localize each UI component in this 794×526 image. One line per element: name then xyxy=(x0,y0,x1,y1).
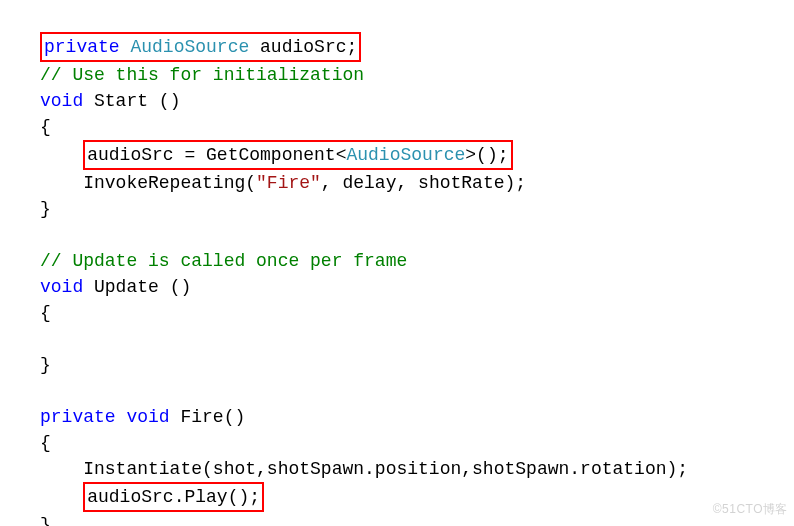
watermark: ©51CTO博客 xyxy=(713,496,788,522)
code-text: , delay, shotRate); xyxy=(321,173,526,193)
comment-init: // Use this for initialization xyxy=(40,65,364,85)
brace-close: } xyxy=(40,355,51,375)
brace-open: { xyxy=(40,433,51,453)
brace-close: } xyxy=(40,199,51,219)
kw-void: void xyxy=(40,277,83,297)
indent xyxy=(40,487,83,507)
highlight-box-2: audioSrc = GetComponent<AudioSource>(); xyxy=(83,140,512,170)
code-text: audioSrc; xyxy=(249,37,357,57)
method-fire: Fire() xyxy=(170,407,246,427)
type-audiosource: AudioSource xyxy=(346,145,465,165)
brace-open: { xyxy=(40,117,51,137)
type-audiosource: AudioSource xyxy=(130,37,249,57)
code-text: Instantiate(shot,shotSpawn.position,shot… xyxy=(40,459,688,479)
kw-private: private xyxy=(40,407,116,427)
kw-private: private xyxy=(44,37,120,57)
highlight-box-1: private AudioSource audioSrc; xyxy=(40,32,361,62)
method-update: Update () xyxy=(83,277,191,297)
kw-void: void xyxy=(40,91,83,111)
indent xyxy=(40,145,83,165)
string-fire: "Fire" xyxy=(256,173,321,193)
brace-open: { xyxy=(40,303,51,323)
code-text: InvokeRepeating( xyxy=(40,173,256,193)
code-block: private AudioSource audioSrc; // Use thi… xyxy=(0,0,794,526)
kw-void: void xyxy=(116,407,170,427)
method-start: Start () xyxy=(83,91,180,111)
comment-update: // Update is called once per frame xyxy=(40,251,407,271)
code-text: audioSrc.Play(); xyxy=(87,487,260,507)
highlight-box-3: audioSrc.Play(); xyxy=(83,482,264,512)
code-text: audioSrc = GetComponent< xyxy=(87,145,346,165)
brace-close: } xyxy=(40,515,51,526)
code-text: >(); xyxy=(465,145,508,165)
